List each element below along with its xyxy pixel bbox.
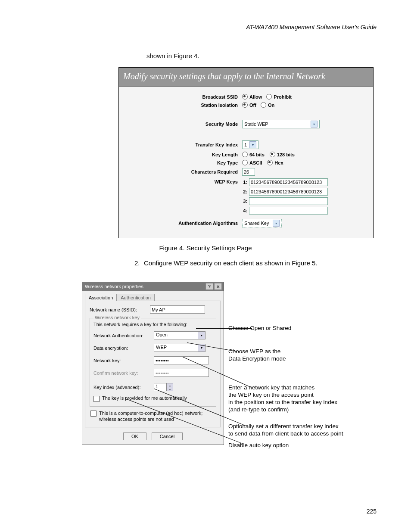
data-enc-label: Data encryption: xyxy=(93,345,154,351)
close-icon[interactable]: ✕ xyxy=(214,283,222,290)
wep-key-1[interactable] xyxy=(249,178,328,186)
data-enc-value: WEP xyxy=(154,344,198,352)
confirm-key-field[interactable] xyxy=(154,369,209,377)
chevron-up-icon[interactable]: ▴ xyxy=(167,383,173,387)
callout-3: Enter a network key that matches the WEP… xyxy=(228,384,337,414)
wireless-properties-dialog: Wireless network properties ? ✕ Associat… xyxy=(82,282,224,445)
help-icon[interactable]: ? xyxy=(206,283,213,290)
keylen-64-text: 64 bits xyxy=(249,152,265,157)
ssid-field[interactable] xyxy=(150,305,205,314)
callout-2: Choose WEP as theData Encryption mode xyxy=(228,348,286,363)
key-index-label: Key index (advanced): xyxy=(93,385,154,390)
keylen-64-radio[interactable] xyxy=(242,152,248,157)
adhoc-label: This is a computer-to-computer (ad hoc) … xyxy=(99,410,215,423)
auth-algorithms-value: Shared Key xyxy=(244,221,269,226)
station-off-radio[interactable] xyxy=(242,102,248,108)
network-key-field[interactable] xyxy=(154,356,209,364)
broadcast-prohibit-radio[interactable] xyxy=(266,94,272,100)
keylen-128-radio[interactable] xyxy=(270,152,275,157)
figure4-title: Modify security settings that apply to t… xyxy=(119,68,373,87)
figure5-area: Wireless network properties ? ✕ Associat… xyxy=(82,282,377,458)
ssid-label: Network name (SSID): xyxy=(90,307,150,312)
chevron-down-icon: ▾ xyxy=(273,220,280,227)
wep-key-3[interactable] xyxy=(249,197,328,205)
confirm-key-label: Confirm network key: xyxy=(93,370,154,376)
figure4-caption: Figure 4. Security Settings Page xyxy=(34,244,377,252)
callout-1: Choose Open or Shared xyxy=(228,325,291,332)
station-on-text: On xyxy=(268,103,274,108)
broadcast-ssid-label: Broadcast SSID xyxy=(127,94,242,100)
broadcast-allow-text: Allow xyxy=(249,94,262,100)
net-auth-value: Open xyxy=(154,331,198,339)
dialog-title: Wireless network properties xyxy=(85,284,143,289)
doc-header: AT-WA7400 Management Software User's Gui… xyxy=(34,24,377,31)
key-length-label: Key Length xyxy=(127,152,242,157)
key-type-label: Key Type xyxy=(127,160,242,165)
station-off-text: Off xyxy=(249,103,256,108)
tab-authentication[interactable]: Authentication xyxy=(117,294,155,301)
keylen-128-text: 128 bits xyxy=(277,152,295,157)
fieldset-subtext: This network requires a key for the foll… xyxy=(93,322,212,327)
station-on-radio[interactable] xyxy=(261,102,266,108)
net-auth-select[interactable]: Open ▾ xyxy=(154,331,206,339)
station-isolation-label: Station Isolation xyxy=(127,103,242,108)
figure4-panel: Modify security settings that apply to t… xyxy=(118,67,374,238)
keytype-hex-text: Hex xyxy=(274,160,283,165)
ok-button[interactable]: OK xyxy=(123,432,146,440)
keytype-hex-radio[interactable] xyxy=(267,160,273,165)
wireless-key-fieldset: Wireless network key This network requir… xyxy=(90,318,216,407)
chevron-down-icon: ▾ xyxy=(249,141,256,148)
fieldset-legend: Wireless network key xyxy=(93,315,141,320)
adhoc-checkbox[interactable] xyxy=(90,411,97,417)
callout-4: Optionally set a different transfer key … xyxy=(228,423,343,438)
net-auth-label: Network Authentication: xyxy=(93,333,154,338)
chars-required-field[interactable] xyxy=(242,168,255,176)
broadcast-prohibit-text: Prohibit xyxy=(274,94,292,100)
intro-text: shown in Figure 4. xyxy=(146,52,377,59)
wep-key-4[interactable] xyxy=(249,207,328,215)
callout-5: Disable auto key option xyxy=(228,442,289,449)
key-index-value: 1 xyxy=(154,383,167,391)
security-mode-select[interactable]: Static WEP ▾ xyxy=(242,120,320,128)
keytype-ascii-text: ASCII xyxy=(249,160,262,165)
wep-keys-label: WEP Keys xyxy=(127,178,242,184)
security-mode-label: Security Mode xyxy=(127,121,242,127)
step-2: 2.Configure WEP security on each client … xyxy=(134,259,377,267)
auto-key-checkbox[interactable] xyxy=(93,396,100,402)
security-mode-value: Static WEP xyxy=(244,121,268,127)
auth-algorithms-select[interactable]: Shared Key ▾ xyxy=(242,219,282,227)
transfer-key-index-select[interactable]: 1 ▾ xyxy=(242,140,258,149)
broadcast-allow-radio[interactable] xyxy=(242,94,248,100)
network-key-label: Network key: xyxy=(93,358,154,363)
tki-value: 1 xyxy=(244,142,247,147)
step-2-text: Configure WEP security on each client as… xyxy=(144,259,317,267)
page-number: 225 xyxy=(367,508,377,515)
cancel-button[interactable]: Cancel xyxy=(152,432,183,440)
chars-required-label: Characters Required xyxy=(127,169,242,174)
chevron-down-icon[interactable]: ▾ xyxy=(167,387,173,391)
chevron-down-icon: ▾ xyxy=(198,331,206,339)
auth-algorithms-label: Authentication Algorithms xyxy=(127,221,242,226)
wep-key-2[interactable] xyxy=(249,188,328,196)
chevron-down-icon: ▾ xyxy=(311,121,318,128)
keytype-ascii-radio[interactable] xyxy=(242,160,248,165)
transfer-key-index-label: Transfer Key Index xyxy=(127,142,242,147)
data-enc-select[interactable]: WEP ▾ xyxy=(154,344,206,352)
dialog-titlebar: Wireless network properties ? ✕ xyxy=(82,282,224,291)
tab-association[interactable]: Association xyxy=(85,294,117,301)
